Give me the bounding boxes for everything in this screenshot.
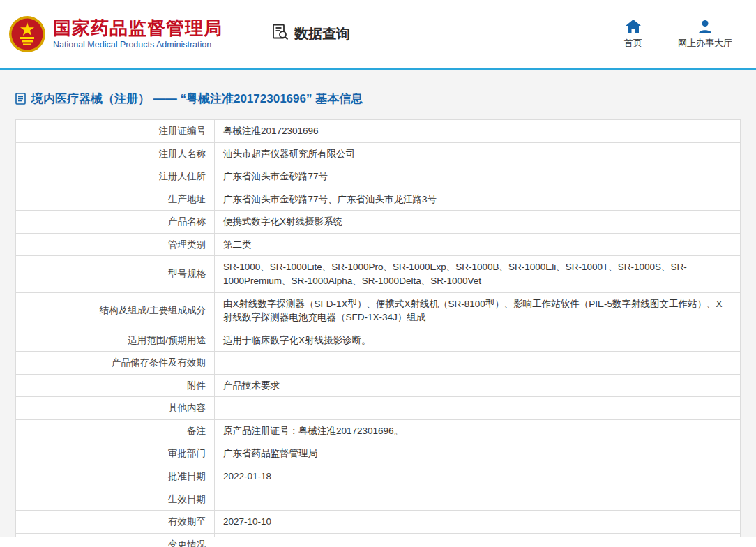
page-title: 境内医疗器械（注册） —— “粤械注准20172301696” 基本信息 [15, 91, 741, 107]
row-label: 生效日期 [16, 488, 215, 511]
row-label: 生产地址 [16, 188, 215, 211]
row-label: 结构及组成/主要组成成分 [16, 292, 215, 329]
page-title-text: 境内医疗器械（注册） —— “粤械注准20172301696” 基本信息 [31, 91, 363, 107]
table-row: 附件 产品技术要求 [16, 374, 741, 397]
row-label: 产品储存条件及有效期 [16, 352, 215, 375]
nav-service-hall-label: 网上办事大厅 [678, 37, 732, 50]
row-value [215, 397, 741, 420]
row-label: 其他内容 [16, 397, 215, 420]
row-value: 适用于临床数字化X射线摄影诊断。 [215, 329, 741, 352]
row-value: 粤械注准20172301696 [215, 120, 741, 143]
org-name-en: National Medical Products Administration [53, 40, 222, 50]
row-value: 广东省药品监督管理局 [215, 442, 741, 465]
row-value: 2027-10-10 [215, 511, 741, 534]
row-label: 批准日期 [16, 465, 215, 488]
row-label: 审批部门 [16, 442, 215, 465]
table-row: 注册人名称 汕头市超声仪器研究所有限公司 [16, 142, 741, 165]
org-name-cn: 国家药品监督管理局 [53, 18, 222, 39]
row-value: 由X射线数字探测器（SFD-1X型）、便携式X射线机（SR-8100型）、影响工… [215, 292, 741, 329]
table-row: 审批部门 广东省药品监督管理局 [16, 442, 741, 465]
home-icon [626, 18, 641, 33]
row-value [215, 488, 741, 511]
row-label: 附件 [16, 374, 215, 397]
org-names: 国家药品监督管理局 National Medical Products Admi… [53, 18, 222, 50]
row-value: 便携式数字化X射线摄影系统 [215, 211, 741, 234]
nav-data-query[interactable]: 数据查询 [271, 23, 350, 45]
table-row: 生效日期 [16, 488, 741, 511]
site-header: 国家药品监督管理局 National Medical Products Admi… [0, 0, 756, 68]
row-label: 有效期至 [16, 511, 215, 534]
table-row: 备注 原产品注册证号：粤械注准20172301696。 [16, 419, 741, 442]
table-row: 注册证编号 粤械注准20172301696 [16, 120, 741, 143]
row-label: 注册证编号 [16, 120, 215, 143]
table-row: 产品名称 便携式数字化X射线摄影系统 [16, 211, 741, 234]
row-value: 汕头市超声仪器研究所有限公司 [215, 142, 741, 165]
nav-home[interactable]: 首页 [619, 18, 647, 50]
table-row: 结构及组成/主要组成成分 由X射线数字探测器（SFD-1X型）、便携式X射线机（… [16, 292, 741, 329]
table-row: 适用范围/预期用途 适用于临床数字化X射线摄影诊断。 [16, 329, 741, 352]
main-content: 境内医疗器械（注册） —— “粤械注准20172301696” 基本信息 注册证… [0, 70, 756, 537]
row-value: 广东省汕头市金砂路77号、广东省汕头市龙江路3号 [215, 188, 741, 211]
nav-data-query-label: 数据查询 [294, 24, 350, 43]
row-label: 型号规格 [16, 256, 215, 292]
nav-service-hall[interactable]: 网上办事大厅 [678, 18, 732, 50]
row-value: 广东省汕头市金砂路77号 [215, 165, 741, 188]
top-nav: 首页 网上办事大厅 [619, 18, 732, 50]
row-label: 适用范围/预期用途 [16, 329, 215, 352]
table-row: 生产地址 广东省汕头市金砂路77号、广东省汕头市龙江路3号 [16, 188, 741, 211]
row-value: 产品技术要求 [215, 374, 741, 397]
row-label: 注册人住所 [16, 165, 215, 188]
user-icon [698, 18, 712, 33]
row-label: 注册人名称 [16, 142, 215, 165]
registration-info-table: 注册证编号 粤械注准20172301696 注册人名称 汕头市超声仪器研究所有限… [15, 119, 741, 547]
row-label: 产品名称 [16, 211, 215, 234]
document-icon [15, 93, 26, 105]
brand[interactable]: 国家药品监督管理局 National Medical Products Admi… [8, 15, 222, 53]
row-label: 备注 [16, 419, 215, 442]
footer-strip [0, 537, 756, 547]
table-row: 有效期至 2027-10-10 [16, 511, 741, 534]
nav-home-label: 首页 [624, 37, 642, 50]
nmpa-emblem-icon [8, 15, 46, 53]
table-row: 注册人住所 广东省汕头市金砂路77号 [16, 165, 741, 188]
row-value: SR-1000、SR-1000Lite、SR-1000Pro、SR-1000Ex… [215, 256, 741, 292]
row-value: 原产品注册证号：粤械注准20172301696。 [215, 419, 741, 442]
table-row: 其他内容 [16, 397, 741, 420]
table-row: 型号规格 SR-1000、SR-1000Lite、SR-1000Pro、SR-1… [16, 256, 741, 292]
document-magnifier-icon [271, 23, 289, 45]
table-row: 批准日期 2022-01-18 [16, 465, 741, 488]
row-label: 管理类别 [16, 233, 215, 256]
row-value: 第二类 [215, 233, 741, 256]
row-value: 2022-01-18 [215, 465, 741, 488]
table-row: 管理类别 第二类 [16, 233, 741, 256]
row-value [215, 352, 741, 375]
table-row: 产品储存条件及有效期 [16, 352, 741, 375]
